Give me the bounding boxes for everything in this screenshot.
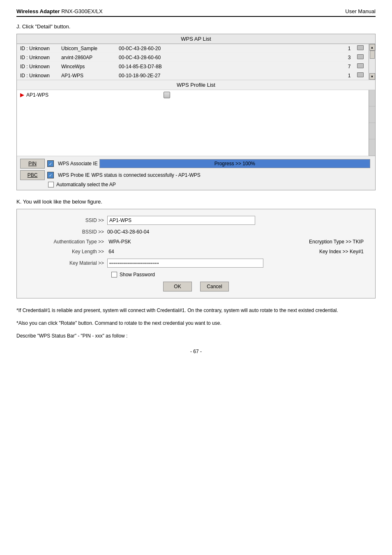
scroll-segment [369,139,375,156]
footnote-2: *Also you can click "Rotate" button. Com… [16,319,376,327]
key-material-input[interactable] [107,259,263,268]
wps-profile-list-title: WPS Profile List [17,80,375,90]
show-password-row: Show Password [111,272,367,278]
wps-profile-area: ▶ AP1-WPS [17,90,375,156]
computer-icon [357,54,364,59]
page-header: Wireless Adapter RNX-G300EX/LX User Manu… [16,8,376,17]
pin-button[interactable]: PIN [20,159,45,169]
bssid-label: BSSID >> [25,229,107,235]
profile-scrollbar[interactable] [369,90,375,156]
pin-button-label: PIN [28,161,37,166]
progress-bar: Progress >> 100% [99,159,370,168]
wps-status-text: WPS status is connected successfully - A… [91,172,372,178]
pin-associate-label: WPS Associate IE [58,161,98,166]
wps-ap-table-area: ID : Unknown Ubicom_Sample 00-0C-43-28-6… [17,44,375,80]
auth-label: Authentication Type >> [25,239,107,245]
ssid-label: SSID >> [25,217,107,223]
pbc-button-label: PBC [28,172,38,178]
ap-list-scrollbar[interactable]: ▲ ▼ [369,44,375,80]
auth-enc-row: Authentication Type >> WPA-PSK Encryptio… [25,239,367,245]
step-k-label: K. You will look like the below figure. [16,199,376,205]
auto-select-checkbox[interactable] [48,182,54,187]
wps-ap-table: ID : Unknown Ubicom_Sample 00-0C-43-28-6… [17,44,369,80]
scroll-track [369,51,375,73]
pbc-button-row: PBC WPS Probe IE WPS status is connected… [20,170,372,180]
ssid-row: SSID >> [25,216,367,225]
key-length-value: 64 [108,249,114,254]
pbc-probe-label: WPS Probe IE [58,172,90,178]
show-password-label: Show Password [120,272,155,278]
bssid-value: 00-0C-43-28-60-04 [107,229,367,235]
key-material-row: Key Material >> [25,259,367,268]
wps-profile-list: ▶ AP1-WPS [17,90,369,156]
scroll-segment [369,123,375,139]
scroll-segment [369,90,375,106]
key-length-row: Key Length >> 64 Key Index >> Key#1 [25,249,367,254]
show-password-checkbox[interactable] [111,272,117,278]
table-row[interactable]: ID : Unknown arvint-2860AP 00-0C-43-28-6… [17,53,369,62]
page-number: - 67 - [16,349,376,354]
enc-label: Encryption Type >> [309,239,351,245]
profile-name: AP1-WPS [26,92,48,98]
footnote-1: *If Credential#1 is reliable and present… [16,307,376,314]
auto-select-label: Automatically select the AP [56,182,116,187]
auto-select-row: Automatically select the AP [48,182,372,187]
wps-bottom-area: PIN WPS Associate IE Progress >> 100% PB… [17,156,375,190]
pin-checkbox[interactable] [47,160,54,167]
table-row[interactable]: ID : Unknown WinceWps 00-14-85-E3-D7-8B … [17,62,369,71]
enc-value: TKIP [353,239,364,245]
header-brand: Wireless Adapter RNX-G300EX/LX [16,8,103,14]
detail-info-panel: SSID >> BSSID >> 00-0C-43-28-60-04 Authe… [16,209,376,298]
computer-icon [357,63,364,68]
list-item[interactable]: ▶ AP1-WPS [17,90,369,100]
auth-value: WPA-PSK [108,239,131,245]
footnotes: *If Credential#1 is reliable and present… [16,307,376,340]
header-doc-type: User Manual [345,8,376,14]
ok-cancel-row: OK Cancel [25,282,367,291]
wps-ap-list-title: WPS AP List [17,34,375,44]
footnote-3: Describe "WPS Status Bar" - "PIN - xxx" … [16,332,376,340]
key-index-label: Key Index >> [319,249,348,254]
key-length-label: Key Length >> [25,249,107,254]
pin-button-row: PIN WPS Associate IE Progress >> 100% [20,159,372,169]
cancel-button[interactable]: Cancel [200,282,229,291]
progress-text: Progress >> 100% [214,161,255,166]
ok-button[interactable]: OK [163,282,192,291]
scroll-up-button[interactable]: ▲ [369,44,375,51]
key-material-label: Key Material >> [25,260,107,266]
computer-icon [357,45,364,50]
wps-panel: WPS AP List ID : Unknown Ubicom_Sample 0… [16,34,376,190]
key-index-value: Key#1 [350,249,364,254]
scroll-segment [369,106,375,123]
selected-arrow: ▶ [20,92,24,98]
table-row[interactable]: ID : Unknown Ubicom_Sample 00-0C-43-28-6… [17,44,369,53]
ssid-input[interactable] [107,216,255,225]
computer-icon [357,72,364,77]
pbc-checkbox[interactable] [47,172,54,178]
step-j-label: J. Click "Detail" button. [16,23,376,30]
pbc-button[interactable]: PBC [20,170,45,180]
table-row[interactable]: ID : Unknown AP1-WPS 00-10-18-90-2E-27 1 [17,71,369,80]
profile-computer-icon [164,92,170,98]
scroll-down-button[interactable]: ▼ [369,73,375,80]
bssid-row: BSSID >> 00-0C-43-28-60-04 [25,229,367,235]
scroll-thumb[interactable] [370,51,375,59]
